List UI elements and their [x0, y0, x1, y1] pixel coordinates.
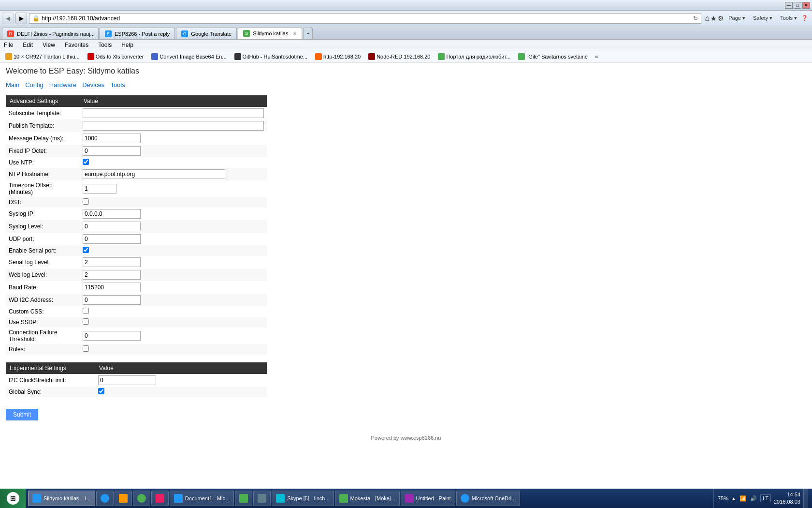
nav-devices[interactable]: Devices [82, 81, 104, 89]
tab-favicon-delfi: D [7, 30, 14, 37]
checkbox-enable-serial[interactable] [83, 247, 89, 253]
refresh-icon[interactable]: ↻ [693, 15, 698, 22]
value-syslog-level [80, 220, 267, 233]
bookmark-icon-http192 [315, 53, 322, 60]
input-timezone-offset[interactable] [83, 184, 116, 194]
checkbox-use-ntp[interactable] [83, 159, 89, 165]
nav-tools[interactable]: Tools [110, 81, 125, 89]
forward-button[interactable]: ▶ [15, 13, 27, 24]
value-enable-serial [80, 245, 267, 256]
menu-tools[interactable]: Tools [96, 41, 114, 49]
label-ntp-hostname: NTP Hostname: [6, 168, 80, 180]
menu-view[interactable]: View [41, 41, 57, 49]
advanced-settings-header: Advanced Settings [6, 95, 80, 107]
bookmark-gile[interactable]: "Gilė" Savitarnos svetainė [516, 52, 590, 61]
input-web-log-level[interactable] [83, 270, 141, 280]
value-wd-i2c [80, 294, 267, 306]
page-content: Welcome to ESP Easy: Sildymo katilas Mai… [0, 63, 812, 449]
nav-bar: ◀ ▶ 🔒 ↻ ⌂ ★ ⚙ Page ▾ Safety ▾ Tools ▾ ❓ [0, 11, 812, 26]
tab-close-sildymo[interactable]: ✕ [293, 31, 297, 36]
input-wd-i2c[interactable] [83, 295, 141, 305]
url-input[interactable] [42, 15, 691, 22]
input-subscribe-template[interactable] [83, 108, 264, 118]
tab-favicon-translate: G [181, 30, 188, 37]
row-connection-failure: Connection Failure Threshold: [6, 328, 267, 344]
close-button[interactable]: ✕ [802, 2, 810, 9]
more-bookmarks-icon[interactable]: » [595, 54, 598, 60]
input-syslog-ip[interactable] [83, 209, 141, 219]
menu-favorites[interactable]: Favorites [63, 41, 90, 49]
bookmark-base64[interactable]: Convert Image Base64 En... [149, 52, 229, 61]
checkbox-global-sync[interactable] [98, 388, 104, 394]
input-publish-template[interactable] [83, 121, 264, 131]
label-custom-css: Custom CSS: [6, 306, 80, 317]
tab-label-delfi: DELFI Žinios - Pagrindinis nauj... [17, 31, 95, 37]
minimize-button[interactable]: — [785, 2, 793, 9]
value-baud-rate [80, 281, 267, 294]
value-timezone-offset [80, 180, 267, 197]
label-publish-template: Publish Template: [6, 120, 80, 132]
tab-translate[interactable]: G Google Translate [176, 28, 237, 39]
label-global-sync: Global Sync: [6, 387, 95, 397]
menu-help[interactable]: Help [119, 41, 135, 49]
tab-sildymo[interactable]: S Sildymo katilas ✕ [238, 28, 302, 39]
help-icon[interactable]: ❓ [801, 15, 808, 21]
row-publish-template: Publish Template: [6, 120, 267, 132]
nav-main[interactable]: Main [6, 81, 19, 89]
tab-esp8266[interactable]: E ESP8266 - Post a reply [100, 28, 175, 39]
row-udp-port: UDP port: [6, 233, 267, 245]
nav-hardware[interactable]: Hardware [49, 81, 76, 89]
label-timezone-offset: Timezone Offset: (Minutes) [6, 180, 80, 197]
input-message-delay[interactable] [83, 134, 141, 143]
menu-file[interactable]: File [2, 41, 15, 49]
nav-config[interactable]: Config [25, 81, 44, 89]
label-wd-i2c: WD I2C Address: [6, 294, 80, 306]
maximize-button[interactable]: □ [794, 2, 801, 9]
browser-window: — □ ✕ ◀ ▶ 🔒 ↻ ⌂ ★ ⚙ Page ▾ Safety ▾ Tool… [0, 0, 812, 449]
safety-menu[interactable]: Safety ▾ [750, 14, 776, 23]
value-fixed-ip-octet [80, 145, 267, 157]
checkbox-use-ssdp[interactable] [83, 318, 89, 325]
value-connection-failure [80, 328, 267, 344]
back-button[interactable]: ◀ [2, 13, 14, 24]
row-enable-serial: Enable Serial port: [6, 245, 267, 256]
bookmark-ods[interactable]: Ods to Xls converter [85, 52, 146, 61]
bookmark-nodered[interactable]: Node-RED 192.168.20 [366, 52, 433, 61]
tab-favicon-esp: E [105, 30, 112, 37]
bookmark-github[interactable]: GitHub - RuiSantosdotme... [232, 52, 310, 61]
input-udp-port[interactable] [83, 234, 141, 244]
tab-delfi[interactable]: D DELFI Žinios - Pagrindinis nauj... [2, 28, 99, 39]
checkbox-rules[interactable] [83, 345, 89, 352]
bookmark-cr927[interactable]: 10 × CR927 Tiantan Lithiu... [3, 52, 82, 61]
submit-button[interactable]: Submit [6, 409, 38, 420]
label-connection-failure: Connection Failure Threshold: [6, 328, 80, 344]
input-connection-failure[interactable] [83, 331, 141, 341]
menu-edit[interactable]: Edit [21, 41, 35, 49]
page-menu[interactable]: Page ▾ [725, 14, 749, 23]
label-fixed-ip-octet: Fixed IP Octet: [6, 145, 80, 157]
input-syslog-level[interactable] [83, 222, 141, 231]
input-i2c-clock[interactable] [98, 375, 156, 385]
bookmark-http192[interactable]: http-192.168.20 [313, 52, 363, 61]
bookmark-portal[interactable]: Портал для радиолюбит... [435, 52, 513, 61]
label-i2c-clock: I2C ClockStretchLimit: [6, 374, 95, 387]
input-serial-log-level[interactable] [83, 257, 141, 267]
label-message-delay: Message Delay (ms): [6, 132, 80, 145]
input-fixed-ip-octet[interactable] [83, 146, 141, 156]
checkbox-custom-css[interactable] [83, 308, 89, 314]
value-publish-template [80, 120, 267, 132]
label-dst: DST: [6, 197, 80, 208]
tab-label-sildymo: Sildymo katilas [253, 30, 288, 36]
input-baud-rate[interactable] [83, 283, 141, 292]
favorites-icon[interactable]: ★ [710, 15, 717, 22]
bookmark-icon-cr927 [5, 53, 12, 60]
row-use-ssdp: Use SSDP: [6, 317, 267, 328]
home-icon[interactable]: ⌂ [705, 14, 710, 23]
settings-icon[interactable]: ⚙ [718, 15, 724, 22]
label-web-log-level: Web log Level: [6, 269, 80, 281]
input-ntp-hostname[interactable] [83, 169, 225, 179]
new-tab-button[interactable]: + [303, 28, 313, 39]
checkbox-dst[interactable] [83, 198, 89, 205]
tools-menu[interactable]: Tools ▾ [777, 14, 800, 23]
bookmark-label-http192: http-192.168.20 [323, 54, 361, 60]
